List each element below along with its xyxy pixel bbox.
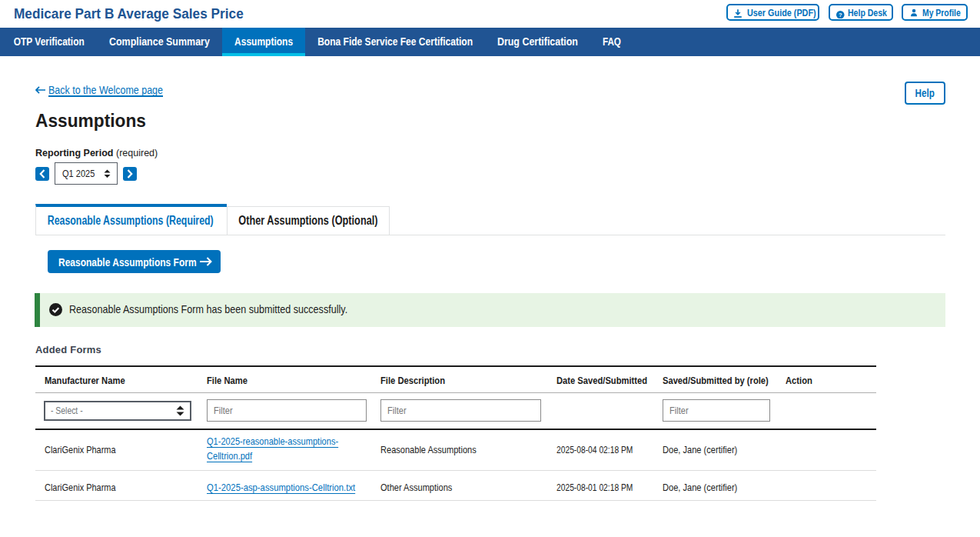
svg-text:?: ? (839, 12, 842, 18)
